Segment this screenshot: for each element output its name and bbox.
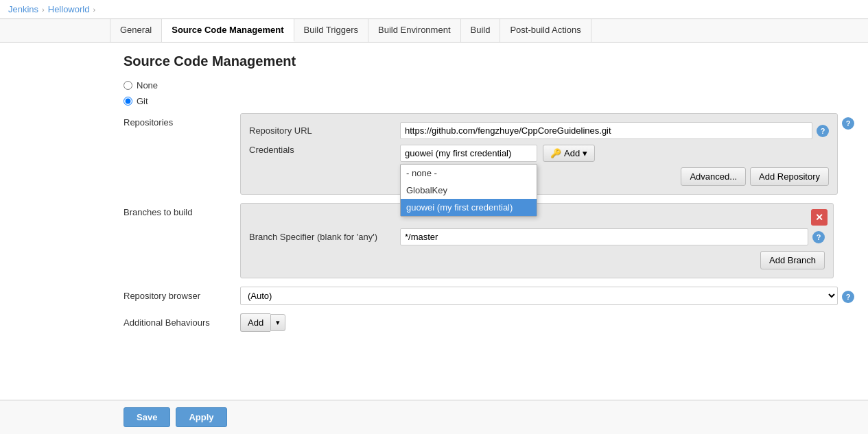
save-button[interactable]: Save <box>124 407 170 427</box>
additional-behaviours-row: Additional Behaviours Add ▾ <box>124 313 854 332</box>
repo-browser-input-wrap: (Auto) <box>240 287 838 305</box>
main-content: Source Code Management None Git Reposito… <box>0 43 868 430</box>
repo-url-label: Repository URL <box>249 125 400 136</box>
branch-specifier-input-wrap: */master <box>400 228 808 245</box>
add-branch-button[interactable]: Add Branch <box>760 251 825 269</box>
breadcrumb: Jenkins › Helloworld › <box>0 0 868 19</box>
key-icon: 🔑 <box>550 148 561 158</box>
tab-general[interactable]: General <box>110 19 162 42</box>
repositories-help-icon[interactable]: ? <box>842 117 854 130</box>
credentials-add-chevron: ▾ <box>583 148 587 158</box>
credentials-select-container: - none - GlobalKey guowei (my first cred… <box>400 145 537 162</box>
credentials-select-wrap: - none - GlobalKey guowei (my first cred… <box>400 145 537 162</box>
repo-browser-help-icon[interactable]: ? <box>842 291 854 303</box>
additional-behaviours-label: Additional Behaviours <box>124 313 240 328</box>
radio-git-option: Git <box>124 96 854 106</box>
credentials-select[interactable]: - none - GlobalKey guowei (my first cred… <box>400 145 537 162</box>
branches-label: Branches to build <box>124 203 240 217</box>
credentials-row: Credentials - none - GlobalKey guowei (m… <box>249 145 829 162</box>
add-behaviour-button[interactable]: Add <box>240 313 270 332</box>
repo-url-help-icon[interactable]: ? <box>817 125 829 137</box>
tab-build-triggers[interactable]: Build Triggers <box>294 19 368 42</box>
tab-scm[interactable]: Source Code Management <box>162 19 294 42</box>
breadcrumb-sep-1: › <box>42 5 45 14</box>
add-behaviour-arrow-button[interactable]: ▾ <box>270 314 285 331</box>
branch-specifier-row: Branch Specifier (blank for 'any') */mas… <box>249 228 825 245</box>
repositories-content: Repository URL https://github.com/fengzh… <box>240 113 838 195</box>
repo-browser-select[interactable]: (Auto) <box>240 287 838 305</box>
radio-git-label[interactable]: Git <box>137 96 148 106</box>
add-repository-button[interactable]: Add Repository <box>750 167 829 186</box>
add-dropdown-container: Add ▾ <box>240 313 285 332</box>
page-title: Source Code Management <box>124 53 854 69</box>
repo-browser-label: Repository browser <box>124 287 240 301</box>
tab-post-build[interactable]: Post-build Actions <box>500 19 591 42</box>
additional-behaviours-content: Add ▾ <box>240 313 285 332</box>
repo-browser-section-row: Repository browser (Auto) ? <box>124 287 854 305</box>
repo-url-input[interactable]: https://github.com/fengzhuye/CppCoreGuid… <box>400 122 812 139</box>
branch-specifier-input[interactable]: */master <box>400 228 808 245</box>
tab-bar: General Source Code Management Build Tri… <box>0 19 868 43</box>
footer-bar: Save Apply <box>0 400 868 430</box>
tab-build-env[interactable]: Build Environment <box>368 19 461 42</box>
remove-branch-button[interactable]: ✕ <box>811 209 828 226</box>
dropdown-item-guowei[interactable]: guowei (my first credential) <box>401 199 537 216</box>
repo-url-input-wrap: https://github.com/fengzhuye/CppCoreGuid… <box>400 122 812 139</box>
radio-none-label[interactable]: None <box>137 80 158 91</box>
advanced-button[interactable]: Advanced... <box>681 167 746 186</box>
repositories-section-row: Repositories Repository URL https://gith… <box>124 113 854 195</box>
credentials-add-button[interactable]: 🔑 Add ▾ <box>543 145 595 162</box>
branch-specifier-help-icon[interactable]: ? <box>812 231 825 243</box>
branches-actions: Add Branch <box>249 251 825 269</box>
branch-specifier-label: Branch Specifier (blank for 'any') <box>249 232 400 242</box>
radio-none-option: None <box>124 80 854 91</box>
repositories-label: Repositories <box>124 113 240 128</box>
repo-url-row: Repository URL https://github.com/fengzh… <box>249 122 829 139</box>
credentials-label: Credentials <box>249 145 400 155</box>
credentials-dropdown: - none - GlobalKey guowei (my first cred… <box>400 164 537 217</box>
breadcrumb-helloworld[interactable]: Helloworld <box>48 4 90 14</box>
radio-git[interactable] <box>124 97 132 106</box>
repositories-actions: Advanced... Add Repository <box>249 167 829 186</box>
radio-none[interactable] <box>124 81 132 90</box>
tab-build[interactable]: Build <box>461 19 501 42</box>
breadcrumb-sep-2: › <box>93 5 95 14</box>
dropdown-item-none[interactable]: - none - <box>401 165 537 182</box>
credentials-add-label: Add <box>564 148 580 158</box>
breadcrumb-jenkins[interactable]: Jenkins <box>8 4 38 14</box>
apply-button[interactable]: Apply <box>176 407 226 427</box>
dropdown-item-globalkey[interactable]: GlobalKey <box>401 182 537 199</box>
